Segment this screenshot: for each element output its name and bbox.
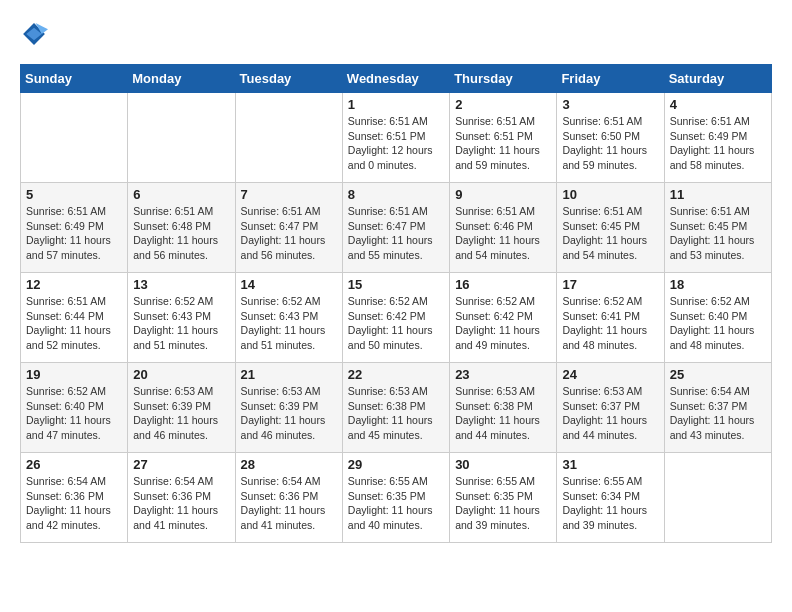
calendar-cell: 28Sunrise: 6:54 AM Sunset: 6:36 PM Dayli…	[235, 453, 342, 543]
day-info: Sunrise: 6:52 AM Sunset: 6:42 PM Dayligh…	[455, 294, 551, 353]
day-number: 15	[348, 277, 444, 292]
calendar-cell: 11Sunrise: 6:51 AM Sunset: 6:45 PM Dayli…	[664, 183, 771, 273]
day-number: 7	[241, 187, 337, 202]
day-info: Sunrise: 6:52 AM Sunset: 6:43 PM Dayligh…	[241, 294, 337, 353]
day-info: Sunrise: 6:55 AM Sunset: 6:34 PM Dayligh…	[562, 474, 658, 533]
calendar-week-4: 19Sunrise: 6:52 AM Sunset: 6:40 PM Dayli…	[21, 363, 772, 453]
calendar-cell: 19Sunrise: 6:52 AM Sunset: 6:40 PM Dayli…	[21, 363, 128, 453]
day-info: Sunrise: 6:52 AM Sunset: 6:42 PM Dayligh…	[348, 294, 444, 353]
calendar-cell: 25Sunrise: 6:54 AM Sunset: 6:37 PM Dayli…	[664, 363, 771, 453]
calendar-cell: 22Sunrise: 6:53 AM Sunset: 6:38 PM Dayli…	[342, 363, 449, 453]
calendar-cell: 3Sunrise: 6:51 AM Sunset: 6:50 PM Daylig…	[557, 93, 664, 183]
day-number: 1	[348, 97, 444, 112]
calendar-cell: 14Sunrise: 6:52 AM Sunset: 6:43 PM Dayli…	[235, 273, 342, 363]
weekday-header-thursday: Thursday	[450, 65, 557, 93]
calendar-cell: 17Sunrise: 6:52 AM Sunset: 6:41 PM Dayli…	[557, 273, 664, 363]
day-info: Sunrise: 6:54 AM Sunset: 6:36 PM Dayligh…	[26, 474, 122, 533]
calendar-cell: 2Sunrise: 6:51 AM Sunset: 6:51 PM Daylig…	[450, 93, 557, 183]
calendar-cell: 15Sunrise: 6:52 AM Sunset: 6:42 PM Dayli…	[342, 273, 449, 363]
day-number: 24	[562, 367, 658, 382]
weekday-header-wednesday: Wednesday	[342, 65, 449, 93]
day-info: Sunrise: 6:53 AM Sunset: 6:39 PM Dayligh…	[241, 384, 337, 443]
calendar-cell: 6Sunrise: 6:51 AM Sunset: 6:48 PM Daylig…	[128, 183, 235, 273]
day-info: Sunrise: 6:53 AM Sunset: 6:39 PM Dayligh…	[133, 384, 229, 443]
calendar-cell: 31Sunrise: 6:55 AM Sunset: 6:34 PM Dayli…	[557, 453, 664, 543]
logo	[20, 20, 50, 48]
day-info: Sunrise: 6:54 AM Sunset: 6:36 PM Dayligh…	[133, 474, 229, 533]
day-number: 10	[562, 187, 658, 202]
day-number: 30	[455, 457, 551, 472]
day-info: Sunrise: 6:55 AM Sunset: 6:35 PM Dayligh…	[455, 474, 551, 533]
calendar-cell: 20Sunrise: 6:53 AM Sunset: 6:39 PM Dayli…	[128, 363, 235, 453]
calendar-body: 1Sunrise: 6:51 AM Sunset: 6:51 PM Daylig…	[21, 93, 772, 543]
day-number: 20	[133, 367, 229, 382]
calendar-cell: 8Sunrise: 6:51 AM Sunset: 6:47 PM Daylig…	[342, 183, 449, 273]
day-number: 14	[241, 277, 337, 292]
day-number: 23	[455, 367, 551, 382]
calendar-cell: 24Sunrise: 6:53 AM Sunset: 6:37 PM Dayli…	[557, 363, 664, 453]
day-number: 26	[26, 457, 122, 472]
calendar-cell: 26Sunrise: 6:54 AM Sunset: 6:36 PM Dayli…	[21, 453, 128, 543]
day-number: 13	[133, 277, 229, 292]
day-number: 2	[455, 97, 551, 112]
day-number: 5	[26, 187, 122, 202]
calendar-cell: 12Sunrise: 6:51 AM Sunset: 6:44 PM Dayli…	[21, 273, 128, 363]
calendar-cell: 30Sunrise: 6:55 AM Sunset: 6:35 PM Dayli…	[450, 453, 557, 543]
day-info: Sunrise: 6:51 AM Sunset: 6:50 PM Dayligh…	[562, 114, 658, 173]
day-number: 3	[562, 97, 658, 112]
day-number: 4	[670, 97, 766, 112]
day-number: 9	[455, 187, 551, 202]
weekday-header-saturday: Saturday	[664, 65, 771, 93]
logo-icon	[20, 20, 48, 48]
day-info: Sunrise: 6:51 AM Sunset: 6:51 PM Dayligh…	[455, 114, 551, 173]
calendar-cell: 18Sunrise: 6:52 AM Sunset: 6:40 PM Dayli…	[664, 273, 771, 363]
calendar-cell: 21Sunrise: 6:53 AM Sunset: 6:39 PM Dayli…	[235, 363, 342, 453]
day-info: Sunrise: 6:54 AM Sunset: 6:37 PM Dayligh…	[670, 384, 766, 443]
day-info: Sunrise: 6:51 AM Sunset: 6:47 PM Dayligh…	[348, 204, 444, 263]
calendar-week-3: 12Sunrise: 6:51 AM Sunset: 6:44 PM Dayli…	[21, 273, 772, 363]
weekday-header-monday: Monday	[128, 65, 235, 93]
calendar-cell	[664, 453, 771, 543]
day-number: 28	[241, 457, 337, 472]
calendar-cell: 16Sunrise: 6:52 AM Sunset: 6:42 PM Dayli…	[450, 273, 557, 363]
calendar-cell: 9Sunrise: 6:51 AM Sunset: 6:46 PM Daylig…	[450, 183, 557, 273]
day-number: 19	[26, 367, 122, 382]
day-number: 12	[26, 277, 122, 292]
day-number: 29	[348, 457, 444, 472]
day-info: Sunrise: 6:53 AM Sunset: 6:38 PM Dayligh…	[348, 384, 444, 443]
day-info: Sunrise: 6:53 AM Sunset: 6:37 PM Dayligh…	[562, 384, 658, 443]
calendar-cell: 10Sunrise: 6:51 AM Sunset: 6:45 PM Dayli…	[557, 183, 664, 273]
calendar-cell: 5Sunrise: 6:51 AM Sunset: 6:49 PM Daylig…	[21, 183, 128, 273]
page-header	[20, 20, 772, 48]
day-number: 16	[455, 277, 551, 292]
calendar-cell: 27Sunrise: 6:54 AM Sunset: 6:36 PM Dayli…	[128, 453, 235, 543]
day-info: Sunrise: 6:52 AM Sunset: 6:40 PM Dayligh…	[670, 294, 766, 353]
day-number: 18	[670, 277, 766, 292]
day-number: 21	[241, 367, 337, 382]
day-info: Sunrise: 6:52 AM Sunset: 6:40 PM Dayligh…	[26, 384, 122, 443]
day-info: Sunrise: 6:51 AM Sunset: 6:48 PM Dayligh…	[133, 204, 229, 263]
calendar-week-2: 5Sunrise: 6:51 AM Sunset: 6:49 PM Daylig…	[21, 183, 772, 273]
day-info: Sunrise: 6:51 AM Sunset: 6:45 PM Dayligh…	[670, 204, 766, 263]
calendar-cell: 13Sunrise: 6:52 AM Sunset: 6:43 PM Dayli…	[128, 273, 235, 363]
calendar-cell: 1Sunrise: 6:51 AM Sunset: 6:51 PM Daylig…	[342, 93, 449, 183]
day-info: Sunrise: 6:55 AM Sunset: 6:35 PM Dayligh…	[348, 474, 444, 533]
day-info: Sunrise: 6:53 AM Sunset: 6:38 PM Dayligh…	[455, 384, 551, 443]
calendar-cell: 23Sunrise: 6:53 AM Sunset: 6:38 PM Dayli…	[450, 363, 557, 453]
day-number: 25	[670, 367, 766, 382]
weekday-header-sunday: Sunday	[21, 65, 128, 93]
day-info: Sunrise: 6:51 AM Sunset: 6:49 PM Dayligh…	[26, 204, 122, 263]
calendar-cell	[235, 93, 342, 183]
calendar-header: SundayMondayTuesdayWednesdayThursdayFrid…	[21, 65, 772, 93]
day-number: 6	[133, 187, 229, 202]
day-number: 17	[562, 277, 658, 292]
weekday-header-friday: Friday	[557, 65, 664, 93]
weekday-row: SundayMondayTuesdayWednesdayThursdayFrid…	[21, 65, 772, 93]
day-info: Sunrise: 6:51 AM Sunset: 6:45 PM Dayligh…	[562, 204, 658, 263]
calendar-cell: 29Sunrise: 6:55 AM Sunset: 6:35 PM Dayli…	[342, 453, 449, 543]
calendar-table: SundayMondayTuesdayWednesdayThursdayFrid…	[20, 64, 772, 543]
day-info: Sunrise: 6:51 AM Sunset: 6:46 PM Dayligh…	[455, 204, 551, 263]
calendar-cell	[128, 93, 235, 183]
calendar-week-5: 26Sunrise: 6:54 AM Sunset: 6:36 PM Dayli…	[21, 453, 772, 543]
day-info: Sunrise: 6:51 AM Sunset: 6:49 PM Dayligh…	[670, 114, 766, 173]
